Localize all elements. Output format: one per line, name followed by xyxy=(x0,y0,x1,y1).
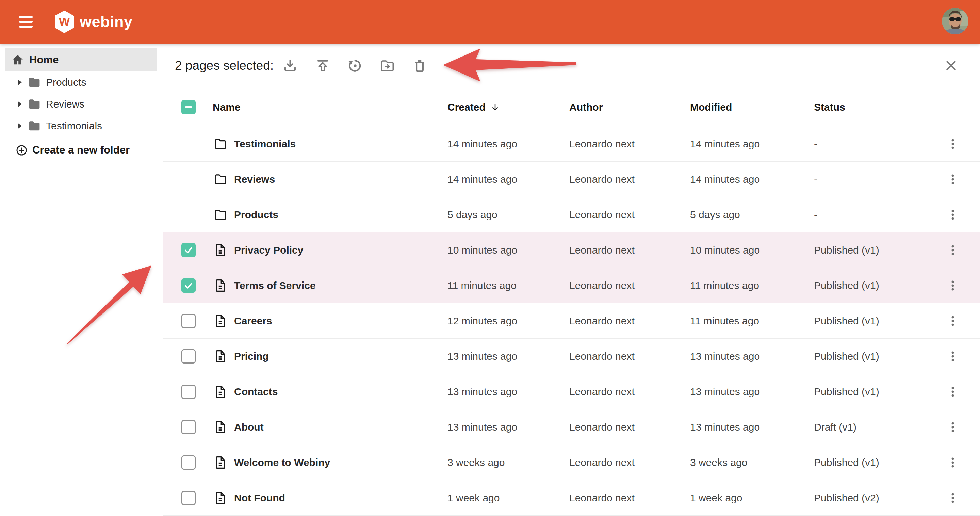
sidebar-folder-item[interactable]: Testimonials xyxy=(0,115,163,137)
folder-icon xyxy=(213,137,228,151)
row-checkbox[interactable] xyxy=(181,455,196,470)
table-body: Testimonials 14 minutes ago Leonardo nex… xyxy=(163,126,980,516)
row-checkbox[interactable] xyxy=(181,279,196,293)
table-row[interactable]: Careers 12 minutes ago Leonardo next 11 … xyxy=(163,303,980,339)
brand-wordmark: webiny xyxy=(80,13,133,31)
download-button[interactable] xyxy=(279,55,301,76)
kebab-menu-icon xyxy=(947,456,959,469)
column-header-status[interactable]: Status xyxy=(814,102,845,113)
column-header-created[interactable]: Created xyxy=(447,102,500,113)
row-name: Careers xyxy=(234,315,272,327)
row-author: Leonardo next xyxy=(569,421,635,433)
table-row[interactable]: Pricing 13 minutes ago Leonardo next 13 … xyxy=(163,339,980,374)
row-created: 1 week ago xyxy=(447,492,500,504)
column-header-modified[interactable]: Modified xyxy=(690,102,732,113)
logo-letter: W xyxy=(59,15,70,28)
table-row[interactable]: Privacy Policy 10 minutes ago Leonardo n… xyxy=(163,233,980,268)
kebab-menu-icon xyxy=(947,209,959,221)
row-menu-button[interactable] xyxy=(945,346,961,367)
row-name: Pricing xyxy=(234,350,269,362)
row-created: 10 minutes ago xyxy=(447,244,517,256)
row-status: Published (v1) xyxy=(814,457,879,468)
folder-icon xyxy=(27,75,41,89)
row-menu-button[interactable] xyxy=(945,381,961,403)
table-row[interactable]: Reviews 14 minutes ago Leonardo next 14 … xyxy=(163,162,980,197)
sidebar-item-home[interactable]: Home xyxy=(5,48,157,72)
create-folder-button[interactable]: Create a new folder xyxy=(0,139,163,161)
row-status: Published (v1) xyxy=(814,386,879,398)
row-menu-button[interactable] xyxy=(945,169,961,190)
table-row[interactable]: Not Found 1 week ago Leonardo next 1 wee… xyxy=(163,480,980,516)
caret-right-icon[interactable] xyxy=(18,79,22,86)
row-menu-button[interactable] xyxy=(945,310,961,332)
user-avatar[interactable] xyxy=(942,8,969,34)
check-icon xyxy=(184,245,193,255)
sidebar-folder-item[interactable]: Products xyxy=(0,72,163,93)
delete-button[interactable] xyxy=(409,55,430,76)
trash-icon xyxy=(412,58,428,74)
table-header-row: Name Created Author Modified Status xyxy=(163,88,980,126)
row-checkbox[interactable] xyxy=(181,243,196,257)
publish-icon xyxy=(315,58,331,74)
row-checkbox[interactable] xyxy=(181,385,196,399)
row-created: 14 minutes ago xyxy=(447,174,517,185)
row-menu-button[interactable] xyxy=(945,133,961,155)
row-created: 12 minutes ago xyxy=(447,315,517,327)
sort-arrow-down-icon xyxy=(490,102,500,112)
kebab-menu-icon xyxy=(947,492,959,504)
column-header-author[interactable]: Author xyxy=(569,102,603,113)
indeterminate-minus-icon xyxy=(185,106,192,108)
kebab-menu-icon xyxy=(947,350,959,363)
caret-right-icon[interactable] xyxy=(18,101,22,107)
row-checkbox[interactable] xyxy=(181,420,196,434)
table-row[interactable]: About 13 minutes ago Leonardo next 13 mi… xyxy=(163,409,980,445)
table-row[interactable]: Contacts 13 minutes ago Leonardo next 13… xyxy=(163,374,980,409)
row-menu-button[interactable] xyxy=(945,487,961,509)
menu-icon[interactable] xyxy=(19,16,33,27)
caret-right-icon[interactable] xyxy=(18,123,22,129)
row-checkbox[interactable] xyxy=(181,314,196,328)
kebab-menu-icon xyxy=(947,421,959,433)
page-icon xyxy=(213,385,228,399)
row-author: Leonardo next xyxy=(569,492,635,504)
row-name: Products xyxy=(234,209,278,221)
row-checkbox[interactable] xyxy=(181,491,196,505)
row-menu-button[interactable] xyxy=(945,416,961,438)
sidebar-folder-item[interactable]: Reviews xyxy=(0,93,163,115)
page-icon xyxy=(213,491,228,505)
row-menu-button[interactable] xyxy=(945,239,961,261)
row-created: 14 minutes ago xyxy=(447,138,517,150)
table-row[interactable]: Terms of Service 11 minutes ago Leonardo… xyxy=(163,268,980,303)
move-to-folder-icon xyxy=(379,58,395,74)
row-menu-button[interactable] xyxy=(945,204,961,226)
table-row[interactable]: Products 5 days ago Leonardo next 5 days… xyxy=(163,197,980,233)
row-menu-button[interactable] xyxy=(945,452,961,473)
row-status: Draft (v1) xyxy=(814,421,856,433)
webiny-logo: W webiny xyxy=(54,11,133,33)
kebab-menu-icon xyxy=(947,138,959,150)
row-checkbox[interactable] xyxy=(181,349,196,363)
row-status: Published (v2) xyxy=(814,492,879,504)
row-modified: 11 minutes ago xyxy=(690,280,759,291)
publish-button[interactable] xyxy=(312,55,334,76)
move-to-folder-button[interactable] xyxy=(376,55,398,76)
row-name: Reviews xyxy=(234,174,275,185)
row-status: Published (v1) xyxy=(814,350,879,362)
restore-button[interactable] xyxy=(344,55,366,76)
row-modified: 5 days ago xyxy=(690,209,740,221)
row-menu-button[interactable] xyxy=(945,275,961,296)
select-all-checkbox[interactable] xyxy=(181,100,196,115)
row-modified: 3 weeks ago xyxy=(690,457,747,468)
row-name: Terms of Service xyxy=(234,280,316,291)
row-created: 3 weeks ago xyxy=(447,457,504,468)
webiny-hexagon-icon: W xyxy=(54,11,74,33)
folder-icon xyxy=(27,119,41,133)
row-author: Leonardo next xyxy=(569,386,635,398)
table-row[interactable]: Testimonials 14 minutes ago Leonardo nex… xyxy=(163,126,980,162)
table-row[interactable]: Welcome to Webiny 3 weeks ago Leonardo n… xyxy=(163,445,980,480)
column-header-name[interactable]: Name xyxy=(213,102,240,113)
close-selection-button[interactable] xyxy=(943,58,959,73)
row-name: Welcome to Webiny xyxy=(234,457,330,468)
row-status: - xyxy=(814,209,817,221)
folder-icon xyxy=(213,208,228,222)
